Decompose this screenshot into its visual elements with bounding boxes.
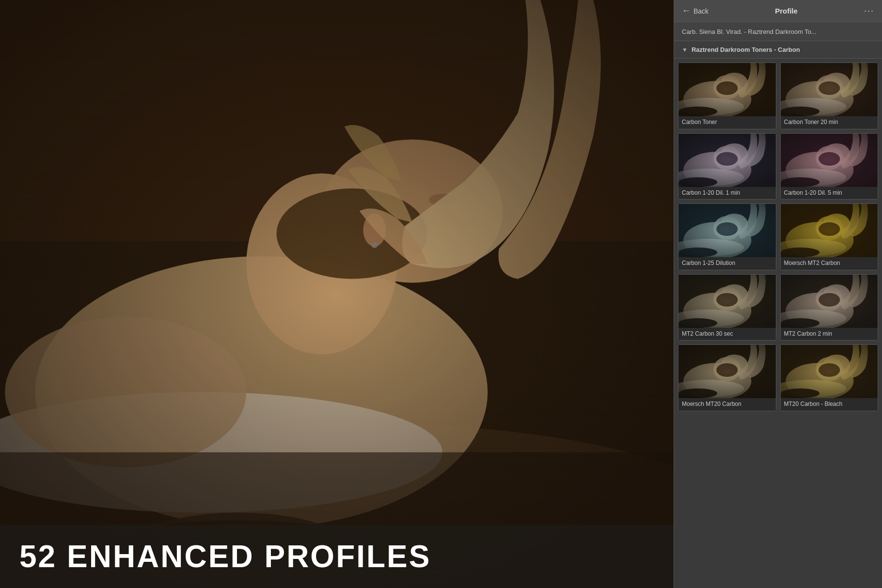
profile-card-mt2-carbon-2min[interactable]: MT2 Carbon 2 min [780, 274, 879, 341]
profile-label-mt2-carbon-2min: MT2 Carbon 2 min [781, 328, 878, 340]
profile-thumb-carbon-toner-20min [781, 63, 878, 116]
svg-rect-46 [678, 134, 776, 187]
profile-card-mt2-carbon-30sec[interactable]: MT2 Carbon 30 sec [678, 274, 776, 341]
svg-rect-56 [781, 134, 878, 187]
more-options-button[interactable]: ··· [864, 6, 874, 16]
profile-label-carbon-1-20-dil-5min: Carbon 1-20 Dil. 5 min [781, 187, 878, 200]
profile-label-mt20-carbon-bleach: MT20 Carbon - Bleach [781, 398, 878, 411]
profile-card-carbon-1-20-dil-5min[interactable]: Carbon 1-20 Dil. 5 min [780, 133, 879, 200]
profile-thumb-carbon-1-20-dil-5min [781, 134, 878, 187]
profile-label-moersch-mt2-carbon: Moersch MT2 Carbon [781, 257, 878, 270]
svg-rect-66 [678, 204, 776, 257]
profile-thumb-carbon-1-25-dilution [678, 204, 776, 257]
profile-card-carbon-1-20-dil-1min[interactable]: Carbon 1-20 Dil. 1 min [678, 133, 776, 200]
profile-label-mt2-carbon-30sec: MT2 Carbon 30 sec [678, 328, 776, 340]
profile-label-carbon-1-25-dilution: Carbon 1-25 Dilution [678, 257, 776, 270]
svg-rect-76 [781, 204, 878, 257]
profile-title: Profile [775, 7, 798, 15]
profile-thumb-carbon-1-20-dil-1min [678, 134, 776, 187]
back-label: Back [693, 7, 709, 15]
profile-thumb-moersch-mt2-carbon [781, 204, 878, 257]
svg-rect-86 [678, 275, 776, 328]
section-label: Raztrend Darkroom Toners - Carbon [692, 46, 800, 53]
profiles-grid: Carbon Toner Carbon Toner 20 min [674, 59, 882, 588]
breadcrumb-text: Carb. Siena Bl. Virad. - Raztrend Darkro… [682, 28, 817, 35]
back-arrow-icon: ← [682, 6, 691, 16]
main-photo: 52 ENHANCED PROFILES [0, 0, 674, 588]
profile-card-moersch-mt20-carbon[interactable]: Moersch MT20 Carbon [678, 344, 776, 411]
profile-thumb-mt2-carbon-30sec [678, 275, 776, 328]
profile-label-carbon-1-20-dil-1min: Carbon 1-20 Dil. 1 min [678, 187, 776, 200]
back-button[interactable]: ← Back [682, 6, 709, 16]
sidebar: ← Back Profile ··· Carb. Siena Bl. Virad… [674, 0, 882, 588]
section-header[interactable]: ▼ Raztrend Darkroom Toners - Carbon [674, 41, 882, 59]
profile-thumb-mt2-carbon-2min [781, 275, 878, 328]
profile-label-carbon-toner: Carbon Toner [678, 116, 776, 129]
svg-rect-96 [781, 275, 878, 328]
profile-thumb-mt20-carbon-bleach [781, 345, 878, 398]
profile-thumb-carbon-toner [678, 63, 776, 116]
profile-thumb-moersch-mt20-carbon [678, 345, 776, 398]
profile-card-carbon-toner-20min[interactable]: Carbon Toner 20 min [780, 62, 879, 129]
bottom-bar: 52 ENHANCED PROFILES [0, 525, 674, 588]
profile-label-moersch-mt20-carbon: Moersch MT20 Carbon [678, 398, 776, 411]
svg-rect-26 [678, 63, 776, 116]
svg-rect-116 [781, 345, 878, 398]
breadcrumb-bar: Carb. Siena Bl. Virad. - Raztrend Darkro… [674, 22, 882, 41]
profile-card-mt20-carbon-bleach[interactable]: MT20 Carbon - Bleach [780, 344, 879, 411]
profile-card-carbon-1-25-dilution[interactable]: Carbon 1-25 Dilution [678, 203, 776, 270]
profile-label-carbon-toner-20min: Carbon Toner 20 min [781, 116, 878, 129]
profile-card-moersch-mt2-carbon[interactable]: Moersch MT2 Carbon [780, 203, 879, 270]
collapse-triangle-icon: ▼ [682, 46, 688, 53]
main-title: 52 ENHANCED PROFILES [19, 539, 431, 574]
svg-rect-36 [781, 63, 878, 116]
svg-rect-106 [678, 345, 776, 398]
main-image-area: 52 ENHANCED PROFILES [0, 0, 674, 588]
svg-rect-16 [0, 0, 674, 588]
sidebar-header: ← Back Profile ··· [674, 0, 882, 22]
profile-card-carbon-toner[interactable]: Carbon Toner [678, 62, 776, 129]
